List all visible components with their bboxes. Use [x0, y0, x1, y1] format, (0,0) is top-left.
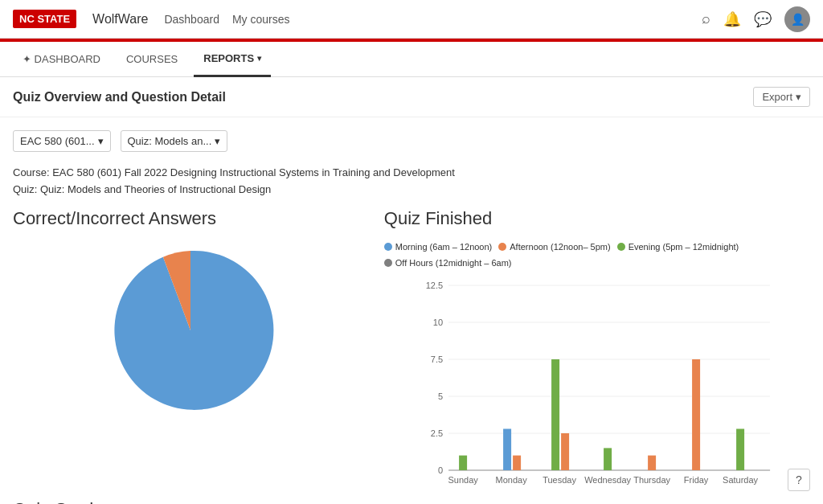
bar-wednesday-evening — [604, 448, 612, 470]
pie-chart-section: Correct/Incorrect Answers — [13, 208, 368, 486]
bar-chart-svg: 12.5 10 7.5 5 2.5 0 — [384, 277, 810, 486]
quiz-filter[interactable]: Quiz: Models an... ▾ — [121, 130, 228, 152]
tab-courses-label: COURSES — [126, 53, 178, 65]
afternoon-dot — [498, 243, 506, 251]
svg-text:Monday: Monday — [495, 475, 527, 485]
svg-text:Friday: Friday — [684, 475, 709, 485]
bar-chart-title: Quiz Finished — [384, 208, 810, 229]
evening-label: Evening (5pm – 12midnight) — [629, 242, 739, 252]
nav-dashboard-link[interactable]: Dashboard — [164, 13, 219, 26]
pie-chart — [102, 242, 279, 419]
afternoon-label: Afternoon (12noon– 5pm) — [510, 242, 610, 252]
quiz-grades-title: Quiz Grades — [0, 486, 823, 504]
svg-text:10: 10 — [433, 318, 443, 327]
svg-text:5: 5 — [438, 391, 443, 401]
svg-text:Sunday: Sunday — [448, 475, 478, 485]
export-label: Export — [762, 91, 792, 103]
offhours-label: Off Hours (12midnight – 6am) — [395, 258, 512, 268]
bar-saturday-evening — [736, 428, 744, 470]
bar-chart-section: Quiz Finished Morning (6am – 12noon) Aft… — [384, 208, 810, 486]
pie-svg — [102, 242, 279, 419]
bar-thursday-afternoon — [648, 455, 656, 469]
charts-area: Correct/Incorrect Answers Quiz Finished … — [0, 208, 823, 486]
bar-chart-visual: 12.5 10 7.5 5 2.5 0 — [384, 277, 810, 486]
legend-morning: Morning (6am – 12noon) — [384, 242, 492, 252]
course-info: Course: EAC 580 (601) Fall 2022 Designin… — [0, 165, 823, 208]
morning-dot — [384, 243, 392, 251]
search-icon[interactable]: ⌕ — [702, 10, 710, 27]
bar-tuesday-evening — [551, 359, 559, 470]
course-filter-value: EAC 580 (601... — [20, 135, 95, 147]
export-chevron-icon: ▾ — [796, 91, 801, 103]
bar-sunday-evening — [459, 455, 467, 469]
bar-chart-legend: Morning (6am – 12noon) Afternoon (12noon… — [384, 242, 810, 268]
legend-offhours: Off Hours (12midnight – 6am) — [384, 258, 512, 268]
chat-icon[interactable]: 💬 — [754, 10, 772, 28]
legend-evening: Evening (5pm – 12midnight) — [617, 242, 739, 252]
tab-courses[interactable]: COURSES — [117, 42, 187, 77]
app-name: WolfWare — [92, 12, 148, 27]
svg-text:12.5: 12.5 — [425, 281, 442, 290]
tab-dashboard[interactable]: ✦ DASHBOARD — [13, 42, 110, 77]
page-header: Quiz Overview and Question Detail Export… — [0, 77, 823, 117]
nc-state-badge: NC STATE — [13, 10, 76, 28]
bar-monday-afternoon — [513, 455, 521, 469]
svg-text:Saturday: Saturday — [723, 475, 759, 485]
export-button[interactable]: Export ▾ — [753, 87, 810, 107]
avatar[interactable]: 👤 — [784, 6, 810, 32]
svg-text:7.5: 7.5 — [431, 354, 443, 364]
main-content: Quiz Overview and Question Detail Export… — [0, 77, 823, 504]
svg-text:Thursday: Thursday — [633, 475, 670, 485]
help-button[interactable]: ? — [788, 469, 810, 491]
tab-reports[interactable]: REPORTS ▾ — [194, 42, 271, 77]
top-nav-links: Dashboard My courses — [164, 13, 686, 26]
course-info-line2: Quiz: Quiz: Models and Theories of Instr… — [13, 182, 810, 199]
offhours-dot — [384, 259, 392, 267]
evening-dot — [617, 243, 625, 251]
correct-slice — [114, 250, 273, 409]
chevron-down-icon: ▾ — [257, 54, 261, 63]
svg-text:2.5: 2.5 — [431, 428, 443, 438]
svg-text:Tuesday: Tuesday — [543, 475, 576, 485]
sub-nav: ✦ DASHBOARD COURSES REPORTS ▾ — [0, 42, 823, 77]
quiz-filter-value: Quiz: Models an... — [128, 135, 212, 147]
pie-chart-title: Correct/Incorrect Answers — [13, 208, 368, 229]
legend-afternoon: Afternoon (12noon– 5pm) — [498, 242, 610, 252]
bar-monday-morning — [503, 428, 511, 470]
svg-text:0: 0 — [438, 465, 443, 475]
course-filter[interactable]: EAC 580 (601... ▾ — [13, 130, 111, 152]
tab-dashboard-label: ✦ DASHBOARD — [23, 53, 100, 65]
nav-mycourses-link[interactable]: My courses — [232, 13, 290, 26]
quiz-filter-chevron-icon: ▾ — [215, 135, 220, 147]
top-nav-icons: ⌕ 🔔 💬 👤 — [702, 6, 810, 32]
page-title: Quiz Overview and Question Detail — [13, 90, 226, 104]
bar-friday-afternoon — [692, 359, 700, 470]
top-nav: NC STATE WolfWare Dashboard My courses ⌕… — [0, 0, 823, 39]
morning-label: Morning (6am – 12noon) — [395, 242, 492, 252]
tab-reports-label: REPORTS — [203, 52, 254, 64]
filters-row: EAC 580 (601... ▾ Quiz: Models an... ▾ — [0, 117, 823, 165]
bar-tuesday-afternoon — [561, 433, 569, 470]
bell-icon[interactable]: 🔔 — [723, 10, 741, 28]
svg-text:Wednesday: Wednesday — [584, 475, 631, 485]
course-filter-chevron-icon: ▾ — [98, 135, 104, 147]
course-info-line1: Course: EAC 580 (601) Fall 2022 Designin… — [13, 165, 810, 182]
